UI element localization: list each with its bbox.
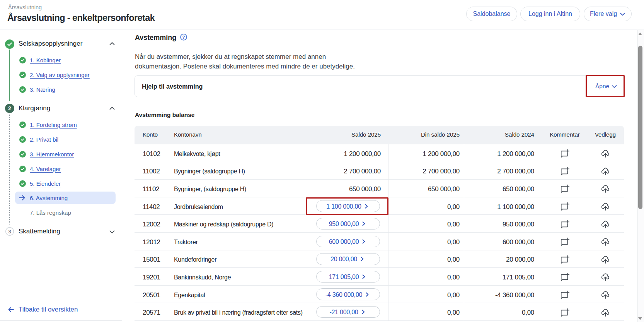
svg-text:3: 3 bbox=[8, 229, 11, 235]
svg-text:?: ? bbox=[182, 35, 185, 39]
svg-text:2: 2 bbox=[8, 105, 11, 111]
